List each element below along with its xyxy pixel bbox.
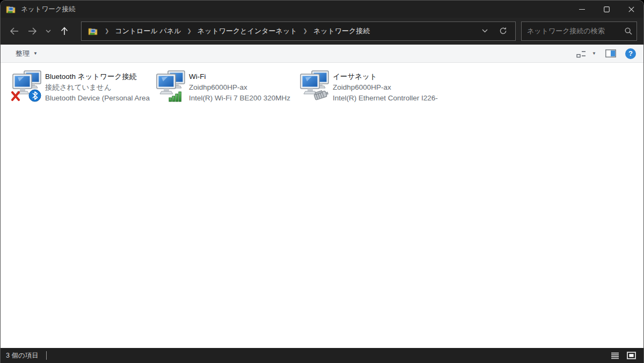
change-view-button[interactable]	[574, 47, 589, 60]
connection-device: Bluetooth Device (Personal Area ...	[45, 93, 150, 104]
window-title: ネットワーク接続	[21, 5, 569, 14]
breadcrumb-chevron-icon: ❯	[298, 28, 312, 34]
connection-tile-ethernet[interactable]: イーサネット Zoidhp6000HP-ax Intel(R) Ethernet…	[296, 68, 440, 105]
connection-name: Wi-Fi	[189, 71, 290, 82]
connection-name: Bluetooth ネットワーク接続	[45, 71, 150, 82]
breadcrumb-network-connections[interactable]: ネットワーク接続	[312, 25, 371, 37]
connection-device: Intel(R) Ethernet Controller I226-V	[333, 93, 438, 104]
file-list-area[interactable]: Bluetooth ネットワーク接続 接続されていません Bluetooth D…	[1, 63, 643, 348]
navigation-bar: ❯ コントロール パネル ❯ ネットワークとインターネット ❯ ネットワーク接続	[1, 18, 643, 45]
connection-name: イーサネット	[333, 71, 438, 82]
recent-locations-chevron-icon[interactable]	[41, 22, 55, 40]
forward-button[interactable]	[23, 22, 41, 40]
large-icons-view-button[interactable]	[624, 350, 638, 361]
title-bar: ネットワーク接続	[1, 1, 643, 18]
up-button[interactable]	[55, 22, 74, 40]
connection-status: 接続されていません	[45, 82, 150, 93]
back-button[interactable]	[5, 22, 23, 40]
network-folder-icon	[6, 4, 16, 14]
breadcrumb-chevron-icon: ❯	[182, 28, 196, 34]
command-toolbar: 整理 ▼ ▼ ?	[1, 45, 643, 63]
breadcrumb-network-internet[interactable]: ネットワークとインターネット	[196, 25, 298, 37]
connection-status: Zoidhp6000HP-ax	[189, 82, 290, 93]
preview-pane-button[interactable]	[603, 47, 619, 60]
search-box[interactable]	[521, 21, 637, 41]
search-input[interactable]	[527, 27, 621, 35]
help-label: ?	[628, 49, 633, 57]
network-connections-window: ネットワーク接続	[0, 0, 644, 363]
close-button[interactable]	[619, 1, 643, 18]
help-button[interactable]: ?	[625, 48, 636, 59]
view-dropdown-caret-icon[interactable]: ▼	[591, 51, 601, 56]
breadcrumb-control-panel[interactable]: コントロール パネル	[114, 25, 182, 37]
dropdown-caret-icon: ▼	[33, 51, 38, 56]
address-bar[interactable]: ❯ コントロール パネル ❯ ネットワークとインターネット ❯ ネットワーク接続	[81, 21, 516, 41]
breadcrumb-chevron-icon: ❯	[100, 28, 114, 34]
status-divider	[46, 351, 47, 360]
address-dropdown-chevron-icon[interactable]	[475, 23, 494, 40]
details-view-button[interactable]	[608, 350, 622, 361]
connection-status: Zoidhp6000HP-ax	[333, 82, 438, 93]
connection-tile-wifi[interactable]: Wi-Fi Zoidhp6000HP-ax Intel(R) Wi-Fi 7 B…	[152, 68, 296, 105]
minimize-button[interactable]	[569, 1, 594, 18]
wifi-connection-icon	[155, 69, 186, 103]
search-icon[interactable]	[625, 27, 632, 35]
status-bar: 3 個の項目	[1, 348, 643, 363]
bluetooth-connection-icon	[11, 69, 42, 103]
refresh-icon[interactable]	[494, 23, 512, 40]
organize-menu-button[interactable]: 整理 ▼	[12, 47, 41, 61]
organize-label: 整理	[16, 49, 30, 59]
ethernet-connection-icon	[298, 69, 330, 103]
address-location-icon	[88, 27, 98, 35]
connection-tile-bluetooth[interactable]: Bluetooth ネットワーク接続 接続されていません Bluetooth D…	[9, 68, 152, 105]
connection-device: Intel(R) Wi-Fi 7 BE200 320MHz	[189, 93, 290, 104]
item-count-label: 3 個の項目	[6, 351, 39, 360]
maximize-button[interactable]	[594, 1, 619, 18]
